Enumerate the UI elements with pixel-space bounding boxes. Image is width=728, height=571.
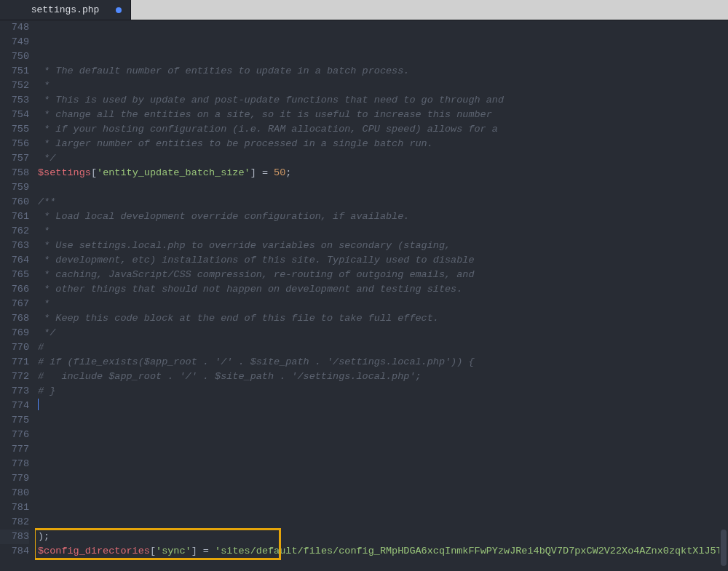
code-line[interactable] bbox=[35, 399, 719, 413]
line-number: 748 bbox=[0, 20, 29, 35]
code-line[interactable]: $settings['entity_update_batch_size'] = … bbox=[35, 166, 719, 180]
line-number: 780 bbox=[0, 486, 29, 500]
code-line[interactable] bbox=[35, 413, 719, 428]
line-number: 752 bbox=[0, 79, 29, 93]
line-number: 767 bbox=[0, 297, 29, 311]
code-area[interactable]: * The default number of entities to upda… bbox=[35, 20, 719, 571]
line-number: 776 bbox=[0, 428, 29, 442]
code-line[interactable]: # if (file_exists($app_root . '/' . $sit… bbox=[35, 355, 719, 370]
code-line[interactable]: */ bbox=[35, 151, 719, 166]
code-line[interactable] bbox=[35, 442, 719, 457]
line-number: 760 bbox=[0, 195, 29, 209]
vertical-scrollbar[interactable] bbox=[719, 20, 728, 571]
code-line[interactable]: * if your hosting configuration (i.e. RA… bbox=[35, 122, 719, 137]
line-number: 757 bbox=[0, 151, 29, 166]
code-line[interactable]: * development, etc) installations of thi… bbox=[35, 253, 719, 268]
code-line[interactable] bbox=[35, 500, 719, 515]
code-line[interactable]: * caching, JavaScript/CSS compression, r… bbox=[35, 268, 719, 282]
line-number: 751 bbox=[0, 64, 29, 79]
code-line[interactable]: $config_directories['sync'] = 'sites/def… bbox=[35, 544, 719, 559]
line-number: 758 bbox=[0, 166, 29, 180]
code-line[interactable]: * change all the entities on a site, so … bbox=[35, 108, 719, 122]
line-number: 755 bbox=[0, 122, 29, 137]
code-line[interactable] bbox=[35, 559, 719, 571]
code-line[interactable]: # include $app_root . '/' . $site_path .… bbox=[35, 370, 719, 384]
line-number: 781 bbox=[0, 500, 29, 515]
line-number: 754 bbox=[0, 108, 29, 122]
code-line[interactable]: * bbox=[35, 79, 719, 93]
code-line[interactable]: # } bbox=[35, 384, 719, 399]
code-line[interactable] bbox=[35, 471, 719, 486]
line-number: 769 bbox=[0, 326, 29, 340]
code-line[interactable]: * larger number of entities to be proces… bbox=[35, 137, 719, 151]
line-number: 773 bbox=[0, 384, 29, 399]
code-line[interactable]: * bbox=[35, 297, 719, 311]
text-cursor bbox=[38, 399, 39, 410]
line-number: 768 bbox=[0, 311, 29, 326]
line-number: 753 bbox=[0, 93, 29, 108]
code-line[interactable]: * Load local development override config… bbox=[35, 209, 719, 224]
line-number: 756 bbox=[0, 137, 29, 151]
line-number: 778 bbox=[0, 457, 29, 471]
line-number: 750 bbox=[0, 49, 29, 64]
line-number-gutter: 7487497507517527537547557567577587597607… bbox=[0, 20, 35, 571]
tab-label: settings.php bbox=[31, 4, 100, 15]
code-line[interactable] bbox=[35, 457, 719, 471]
line-number: 766 bbox=[0, 282, 29, 297]
code-line[interactable]: * Use settings.local.php to override var… bbox=[35, 239, 719, 253]
line-number: 762 bbox=[0, 224, 29, 239]
line-number: 761 bbox=[0, 209, 29, 224]
code-line[interactable]: * Keep this code block at the end of thi… bbox=[35, 311, 719, 326]
line-number: 772 bbox=[0, 370, 29, 384]
modified-dot-icon bbox=[116, 7, 122, 13]
line-number: 774 bbox=[0, 399, 29, 413]
line-number: 783 bbox=[0, 530, 29, 544]
code-line[interactable]: /** bbox=[35, 195, 719, 209]
code-line[interactable]: * This is used by update and post-update… bbox=[35, 93, 719, 108]
line-number: 763 bbox=[0, 239, 29, 253]
line-number: 770 bbox=[0, 340, 29, 355]
code-line[interactable]: # bbox=[35, 340, 719, 355]
code-line[interactable]: */ bbox=[35, 326, 719, 340]
code-line[interactable]: * The default number of entities to upda… bbox=[35, 64, 719, 79]
line-number: 749 bbox=[0, 35, 29, 49]
code-line[interactable] bbox=[35, 515, 719, 530]
code-line[interactable] bbox=[35, 428, 719, 442]
line-number: 764 bbox=[0, 253, 29, 268]
tab-bar-empty bbox=[131, 0, 728, 20]
editor-pane: 7487497507517527537547557567577587597607… bbox=[0, 20, 728, 571]
scroll-thumb[interactable] bbox=[721, 530, 727, 566]
line-number: 765 bbox=[0, 268, 29, 282]
code-line[interactable] bbox=[35, 486, 719, 500]
line-number: 771 bbox=[0, 355, 29, 370]
line-number: 784 bbox=[0, 544, 29, 559]
code-line[interactable]: ); bbox=[35, 530, 719, 544]
line-number: 779 bbox=[0, 471, 29, 486]
code-line[interactable]: * bbox=[35, 224, 719, 239]
line-number: 782 bbox=[0, 515, 29, 530]
tab-settings-php[interactable]: settings.php bbox=[0, 0, 131, 20]
line-number: 777 bbox=[0, 442, 29, 457]
code-line[interactable]: * other things that should not happen on… bbox=[35, 282, 719, 297]
line-number: 759 bbox=[0, 180, 29, 195]
line-number: 775 bbox=[0, 413, 29, 428]
tab-bar: settings.php bbox=[0, 0, 728, 20]
code-line[interactable] bbox=[35, 180, 719, 195]
